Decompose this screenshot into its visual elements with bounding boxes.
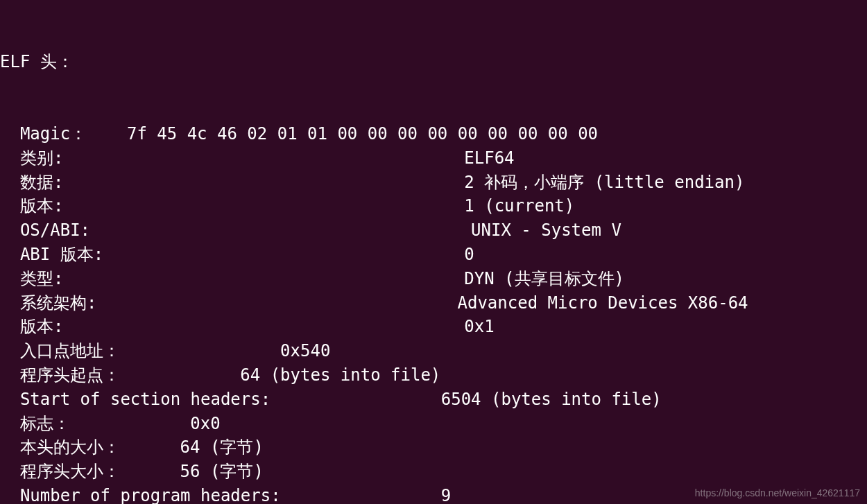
watermark-text: https://blog.csdn.net/weixin_42621117 [695,486,860,500]
elf-header-row: 数据: 2 补码，小端序 (little endian) [0,171,867,195]
elf-header-row: 程序头起点： 64 (bytes into file) [0,363,867,388]
elf-header-row: Start of section headers: 6504 (bytes in… [0,388,867,412]
elf-header-row: 类型: DYN (共享目标文件) [0,267,867,291]
elf-header-row: 版本: 0x1 [0,315,867,339]
elf-header-title: ELF 头： [0,50,867,74]
terminal-output: ELF 头： Magic： 7f 45 4c 46 02 01 01 00 00… [0,1,867,504]
elf-header-row: 版本: 1 (current) [0,194,867,218]
elf-header-row: 类别: ELF64 [0,146,867,171]
elf-header-row: ABI 版本: 0 [0,243,867,267]
elf-header-row: OS/ABI: UNIX - System V [0,218,867,243]
elf-header-row: 入口点地址： 0x540 [0,339,867,363]
elf-header-row: 程序头大小： 56 (字节) [0,460,867,484]
elf-header-rows: Magic： 7f 45 4c 46 02 01 01 00 00 00 00 … [0,122,867,504]
elf-header-row: Magic： 7f 45 4c 46 02 01 01 00 00 00 00 … [0,122,867,146]
elf-header-row: 系统架构: Advanced Micro Devices X86-64 [0,291,867,315]
elf-header-row: 本头的大小： 64 (字节) [0,435,867,460]
elf-header-row: 标志： 0x0 [0,412,867,436]
